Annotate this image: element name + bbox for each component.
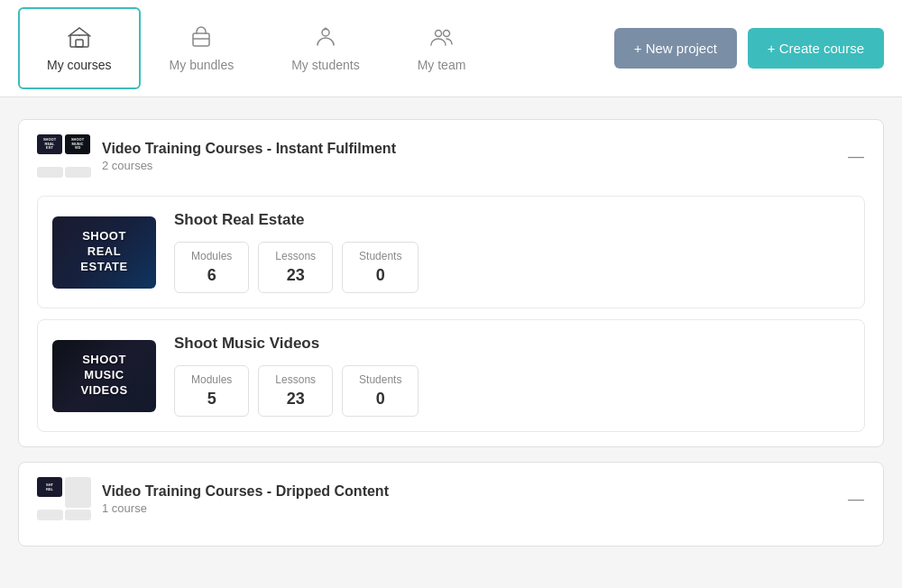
bundle-dripped-title: Video Training Courses - Dripped Content [102,483,389,500]
bundle-header: SHOOTREALEST SHOOTMUSICVID Video Trainin… [37,134,865,188]
bundle-dripped-info: Video Training Courses - Dripped Content… [102,483,389,515]
course-item-music-videos: SHOOTMUSICVIDEOS Shoot Music Videos Modu… [37,319,865,432]
thumb-empty-2 [65,167,91,178]
stat-lessons-music-label: Lessons [275,373,316,386]
tab-my-team[interactable]: My team [389,0,495,96]
courses-icon [67,24,92,54]
stat-modules-real-estate: Modules 6 [174,242,249,293]
bundle-dripped-thumbnails: SHTREL [37,477,91,520]
thumb-drip-empty-2 [37,510,63,520]
thumb-drip-real: SHTREL [37,477,62,497]
stat-lessons-label: Lessons [275,250,316,262]
bundle-thumbnails: SHOOTREALEST SHOOTMUSICVID [37,134,91,178]
new-project-button[interactable]: + New project [614,28,737,69]
course-title-music-videos: Shoot Music Videos [174,335,850,353]
stat-students-music-label: Students [359,373,401,386]
svg-point-5 [322,29,329,36]
svg-point-8 [443,31,449,37]
bundle-info: Video Training Courses - Instant Fulfilm… [102,141,396,172]
thumb-shoot-real-small: SHOOTREALEST [37,134,62,154]
course-title-real-estate: Shoot Real Estate [174,211,850,229]
stat-modules-value: 6 [191,266,232,285]
course-thumbnail-music-videos: SHOOTMUSICVIDEOS [52,340,156,412]
thumb-drip-empty-1 [65,477,91,508]
stat-students-music: Students 0 [342,365,419,417]
course-details-music-videos: Shoot Music Videos Modules 5 Lessons 23 … [174,335,850,417]
svg-rect-0 [70,35,88,47]
tab-my-students[interactable]: My students [262,0,388,96]
students-icon [313,24,338,54]
bundle-menu-icon[interactable]: — [848,148,865,164]
tab-my-team-label: My team [418,58,466,72]
svg-rect-3 [193,33,209,46]
tab-my-students-label: My students [291,58,359,72]
stat-modules-music-value: 5 [191,390,232,409]
main-content: SHOOTREALEST SHOOTMUSICVID Video Trainin… [0,97,902,568]
course-thumb-real-estate-img: SHOOTREALESTATE [52,216,156,289]
course-stats-real-estate: Modules 6 Lessons 23 Students 0 [174,242,850,293]
course-stats-music-videos: Modules 5 Lessons 23 Students 0 [174,365,850,417]
bundle-dripped-header-left: SHTREL Video Training Courses - Dripped … [37,477,389,520]
course-details-real-estate: Shoot Real Estate Modules 6 Lessons 23 S… [174,211,850,293]
stat-lessons-real-estate: Lessons 23 [258,242,333,293]
course-item-real-estate: SHOOTREALESTATE Shoot Real Estate Module… [37,196,865,308]
bundle-dripped-header: SHTREL Video Training Courses - Dripped … [37,477,865,531]
tab-my-courses-label: My courses [47,58,112,72]
stat-modules-music-label: Modules [191,373,232,386]
tab-my-courses[interactable]: My courses [18,7,141,89]
bundle-count: 2 courses [102,159,396,172]
stat-students-music-value: 0 [359,390,401,409]
course-thumb-music-videos-img: SHOOTMUSICVIDEOS [52,340,156,412]
tab-my-bundles[interactable]: My bundles [141,0,263,96]
bundle-dripped-menu-icon[interactable]: — [848,491,865,507]
bundle-card-instant-fulfilment: SHOOTREALEST SHOOTMUSICVID Video Trainin… [18,119,884,447]
stat-students-value: 0 [359,266,401,285]
bundle-dripped-count: 1 course [102,501,389,515]
header-actions: + New project + Create course [614,28,884,69]
thumb-empty-1 [37,167,63,178]
bundle-header-left: SHOOTREALEST SHOOTMUSICVID Video Trainin… [37,134,396,178]
bundle-card-dripped-content: SHTREL Video Training Courses - Dripped … [18,462,884,547]
header: My courses My bundles My students [0,0,902,97]
thumb-drip-empty-3 [65,510,91,520]
thumb-shoot-music-small: SHOOTMUSICVID [65,134,90,154]
svg-point-7 [435,31,441,37]
svg-rect-1 [76,40,83,47]
stat-lessons-value: 23 [275,266,316,285]
stat-lessons-music-value: 23 [275,390,316,409]
stat-lessons-music: Lessons 23 [258,365,333,417]
stat-students-label: Students [359,250,401,262]
stat-students-real-estate: Students 0 [342,242,419,293]
bundle-title: Video Training Courses - Instant Fulfilm… [102,141,396,157]
create-course-button[interactable]: + Create course [748,28,884,69]
course-thumbnail-real-estate: SHOOTREALESTATE [52,216,156,289]
stat-modules-label: Modules [191,250,232,262]
nav-tabs: My courses My bundles My students [18,0,614,96]
course-list: SHOOTREALESTATE Shoot Real Estate Module… [37,188,865,432]
tab-my-bundles-label: My bundles [170,58,235,72]
bundles-icon [189,24,214,54]
team-icon [429,24,455,54]
stat-modules-music: Modules 5 [174,365,249,417]
